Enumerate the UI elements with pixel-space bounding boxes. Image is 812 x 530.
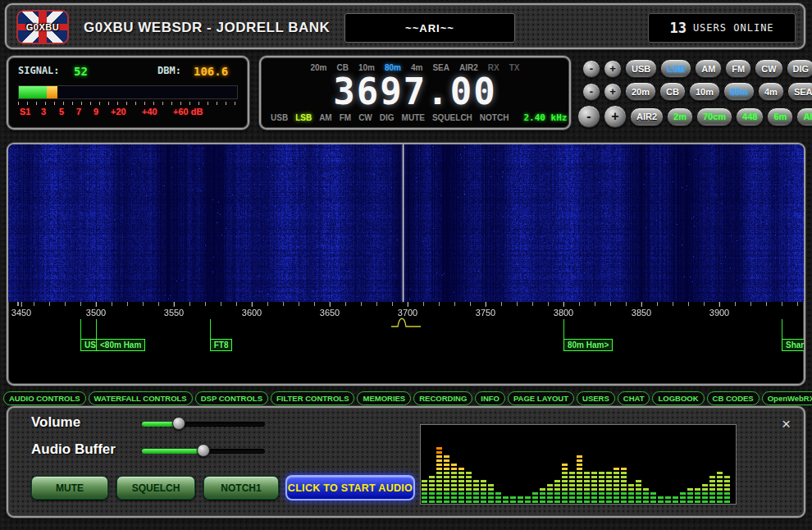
control-tabs: AUDIO CONTROLS WATERFALL CONTROLS DSP CO…: [3, 391, 809, 405]
start-audio-button[interactable]: CLICK TO START AUDIO: [285, 475, 415, 500]
volume-slider-thumb[interactable]: [172, 417, 185, 430]
mode-indicator: USB: [271, 113, 288, 122]
band-button-10m[interactable]: 10m: [689, 82, 720, 101]
scale-label: 9: [94, 107, 98, 117]
band-button-cb[interactable]: CB: [659, 82, 686, 101]
waterfall-marker-line: [782, 319, 782, 339]
s-meter-ticks: [18, 102, 238, 105]
volume-slider[interactable]: [142, 418, 265, 431]
scale-label: +20: [111, 107, 126, 117]
waterfall-marker[interactable]: 80m Ham>: [563, 339, 613, 351]
waterfall-scale-label: 3800: [554, 308, 573, 318]
waterfall-scale-label: 3450: [11, 308, 31, 318]
s-meter-scale: S1 3 5 7 9 +20 +40 +60 dB: [18, 107, 244, 120]
tab-audio-controls[interactable]: AUDIO CONTROLS: [3, 391, 86, 405]
band-minus-button[interactable]: -: [582, 83, 600, 101]
band-button-air1[interactable]: AIR1: [796, 107, 812, 126]
scale-label: +60 dB: [173, 107, 203, 117]
mode-indicator: CW: [358, 113, 372, 122]
mode-indicator-active: LSB: [295, 113, 312, 122]
mode-minus-button[interactable]: -: [582, 60, 600, 78]
tune-minus-button[interactable]: -: [577, 105, 600, 128]
tab-chat[interactable]: CHAT: [618, 391, 650, 405]
notch1-button[interactable]: NOTCH1: [203, 476, 279, 500]
scale-label: +40: [142, 107, 157, 117]
waterfall-scale-label: 3900: [709, 308, 729, 318]
audio-spectrum-display: [420, 424, 737, 505]
band-button-air2[interactable]: AIR2: [630, 107, 664, 126]
waterfall-marker-line: [96, 319, 97, 339]
audio-spectrum-canvas: [421, 425, 736, 504]
scale-label: 7: [76, 107, 81, 117]
mode-plus-button[interactable]: +: [604, 60, 622, 78]
tab-waterfall-controls[interactable]: WATERFALL CONTROLS: [89, 391, 193, 405]
tune-plus-button[interactable]: +: [604, 105, 627, 128]
mode-indicator: MUTE: [402, 113, 425, 122]
mode-indicator: NOTCH: [480, 113, 509, 122]
mode-button-row: - + USB LSB AM FM CW DIG: [582, 59, 812, 78]
band-button-448[interactable]: 448: [736, 107, 764, 126]
mode-indicator-strip: USB LSB AM FM CW DIG MUTE SQUELCH NOTCH …: [271, 112, 563, 123]
waterfall-display[interactable]: [8, 144, 804, 302]
waterfall-marker-line: [563, 319, 564, 339]
mode-button-fm[interactable]: FM: [725, 59, 751, 78]
tab-filter-controls[interactable]: FILTER CONTROLS: [271, 391, 354, 405]
scale-label: 5: [59, 107, 64, 117]
waterfall-scale-label: 3600: [242, 308, 262, 318]
buffer-slider-thumb[interactable]: [197, 444, 210, 457]
tab-openwebrx[interactable]: OpenWebRX: [762, 391, 812, 405]
frequency-readout: 3697.00: [261, 71, 569, 112]
band-plus-button[interactable]: +: [604, 83, 622, 101]
g0xbu-logo: G0XBU: [16, 10, 69, 44]
tab-users[interactable]: USERS: [577, 391, 615, 405]
logo-text: G0XBU: [26, 22, 59, 32]
squelch-button[interactable]: SQUELCH: [116, 476, 195, 500]
waterfall-scale-label: 3750: [476, 308, 495, 318]
filter-passband-icon: [390, 313, 422, 329]
tab-dsp-controls[interactable]: DSP CONTROLS: [195, 391, 268, 405]
waterfall-scale-label: 3550: [164, 308, 184, 318]
tab-recording[interactable]: RECORDING: [413, 391, 472, 405]
tab-cb-codes[interactable]: CB CODES: [707, 391, 760, 405]
tab-logbook[interactable]: LOGBOOK: [652, 391, 704, 405]
mode-indicator: SQUELCH: [432, 113, 472, 122]
signal-value: 52: [74, 65, 88, 78]
frequency-panel: 20m CB 10m 80m 4m SEA AIR2 RX TX 3697.00…: [259, 56, 571, 130]
band-button-80m[interactable]: 80m: [723, 82, 755, 101]
mode-button-cw[interactable]: CW: [755, 59, 782, 78]
band-button-70cm[interactable]: 70cm: [696, 107, 732, 126]
mute-button[interactable]: MUTE: [31, 476, 108, 500]
mode-button-usb[interactable]: USB: [625, 59, 657, 78]
audio-controls-panel: Volume Audio Buffer MUTE SQUELCH NOTCH1 …: [7, 406, 805, 518]
mode-button-dig[interactable]: DIG: [787, 59, 812, 78]
waterfall-marker[interactable]: FT8: [210, 339, 233, 351]
buffer-slider[interactable]: [142, 445, 265, 458]
tab-info[interactable]: INFO: [475, 391, 505, 405]
band-button-6m[interactable]: 6m: [767, 107, 793, 126]
waterfall-panel: 3450 3500 3550 3600 3650 3700 3750 3800 …: [7, 143, 805, 386]
mode-button-lsb[interactable]: LSB: [660, 59, 691, 78]
band-button-20m[interactable]: 20m: [625, 82, 656, 101]
band-button-sea[interactable]: SEA: [787, 82, 812, 101]
buffer-slider-fill: [142, 449, 203, 454]
band-button-4m[interactable]: 4m: [758, 82, 784, 101]
tab-memories[interactable]: MEMORIES: [357, 391, 411, 405]
close-icon[interactable]: ×: [782, 416, 791, 432]
mode-indicator: FM: [340, 113, 351, 122]
signal-meter-panel: SIGNAL: 52 DBM: 106.6 S1 3 5 7 9 +20 +40…: [7, 56, 249, 130]
users-count: 13: [669, 20, 686, 36]
s-meter-green-fill: [19, 86, 47, 98]
tab-page-layout[interactable]: PAGE LAYOUT: [508, 391, 574, 405]
mode-indicator: DIG: [380, 113, 395, 122]
band-button-row: - + 20m CB 10m 80m 4m SEA: [582, 82, 812, 101]
band-button-row-2: - + AIR2 2m 70cm 448 6m AIR1: [577, 105, 812, 128]
waterfall-marker[interactable]: <80m Ham: [96, 339, 145, 351]
dbm-value: 106.6: [194, 65, 228, 78]
mode-button-am[interactable]: AM: [695, 59, 722, 78]
waterfall-marker[interactable]: Shannon Volmet: [782, 339, 805, 351]
volume-label: Volume: [31, 414, 80, 431]
band-button-2m[interactable]: 2m: [667, 107, 693, 126]
page-title: G0XBU WEBSDR - JODRELL BANK: [84, 5, 330, 51]
frequency-scale-ticks: [8, 302, 804, 306]
scale-label: 3: [41, 107, 46, 117]
